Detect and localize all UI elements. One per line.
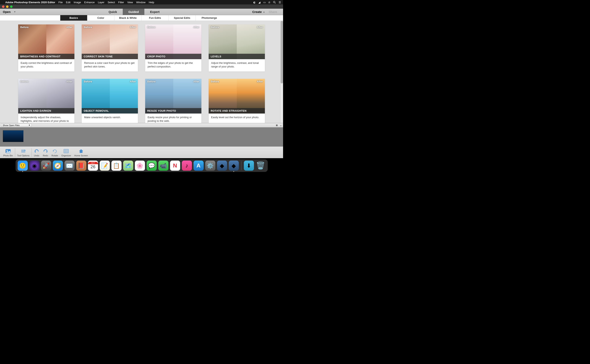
tool-organizer[interactable]: Organizer	[60, 148, 73, 157]
guided-category-tabs: Basics Color Black & White Fun Edits Spe…	[0, 15, 283, 21]
dock-separator	[241, 161, 241, 170]
card-title: CORRECT SKIN TONE	[82, 54, 138, 59]
menu-image[interactable]: Image	[73, 1, 81, 4]
wifi-display-icon[interactable]: ⎚	[269, 1, 270, 4]
app-name-menu[interactable]: Adobe Photoshop Elements 2020 Editor	[5, 1, 55, 4]
dock-contacts-icon[interactable]: 📕	[76, 161, 86, 171]
bin-view-select[interactable]: Show Open Files▼	[1, 124, 32, 127]
minimize-window-button[interactable]	[6, 6, 8, 8]
cat-tab-fun-edits[interactable]: Fun Edits	[141, 15, 169, 21]
card-correct-skin-tone[interactable]: Before After CORRECT SKIN TONE Remove a …	[82, 25, 138, 72]
dock-pse-editor-icon[interactable]: ◆	[229, 161, 239, 171]
menu-enhance[interactable]: Enhance	[84, 1, 95, 4]
airplay-icon[interactable]: ▭	[263, 1, 266, 4]
scrollbar-thumb[interactable]	[281, 21, 283, 84]
cat-tab-special-edits[interactable]: Special Edits	[169, 15, 196, 21]
after-label: After	[130, 26, 136, 29]
menu-layer[interactable]: Layer	[98, 1, 105, 4]
bin-list-icon[interactable]: ≣	[276, 124, 278, 127]
photo-bin-header: Show Open Files▼ ≣ ⌄	[0, 123, 283, 127]
control-center-icon[interactable]: ☰	[279, 1, 281, 4]
dock-messages-icon[interactable]: 💬	[146, 161, 157, 171]
menu-file[interactable]: File	[59, 1, 63, 4]
before-label: Before	[147, 26, 155, 29]
cat-tab-bw[interactable]: Black & White	[114, 15, 141, 21]
dock-news-icon[interactable]: N	[170, 161, 180, 171]
card-title: OBJECT REMOVAL	[82, 108, 138, 114]
dock-music-icon[interactable]: ♪	[182, 161, 192, 171]
photo-bin	[0, 127, 283, 146]
dock-siri-icon[interactable]: ◉	[29, 161, 40, 171]
dock-safari-icon[interactable]: 🧭	[53, 161, 63, 171]
cat-tab-basics[interactable]: Basics	[60, 15, 87, 21]
vertical-scrollbar[interactable]	[280, 21, 283, 123]
dock-photos-icon[interactable]: 🌸	[135, 161, 145, 171]
dock-launchpad-icon[interactable]: 🚀	[41, 161, 51, 171]
tool-home-screen[interactable]: Home Screen	[73, 148, 90, 157]
before-label: Before	[20, 80, 28, 83]
card-lighten-darken[interactable]: Before After LIGHTEN AND DARKEN Independ…	[18, 79, 74, 123]
dock-trash-icon[interactable]: 🗑️	[256, 161, 266, 171]
menu-edit[interactable]: Edit	[66, 1, 70, 4]
svg-rect-7	[64, 149, 68, 153]
tool-redo[interactable]: Redo	[41, 148, 50, 157]
card-desc: Adjust the brightness, contrast, and ton…	[209, 59, 265, 72]
card-title: ROTATE AND STRAIGHTEN	[209, 108, 265, 114]
bin-collapse-icon[interactable]: ⌄	[280, 124, 282, 127]
maximize-window-button[interactable]	[10, 6, 13, 8]
after-label: After	[193, 26, 199, 29]
guided-main-area: Before After BRIGHTNESS AND CONTRAST Eas…	[0, 21, 283, 123]
dock-facetime-icon[interactable]: 📹	[158, 161, 168, 171]
menu-filter[interactable]: Filter	[118, 1, 124, 4]
card-title: LEVELS	[209, 54, 265, 59]
card-desc: Easily correct the brightness and contra…	[18, 59, 74, 72]
mode-tab-expert[interactable]: Expert	[144, 9, 165, 15]
close-window-button[interactable]	[2, 6, 4, 8]
dock-pse-organizer-icon[interactable]: ◆	[217, 161, 227, 171]
open-file-thumbnail[interactable]	[3, 130, 23, 142]
tool-photo-bin[interactable]: Photo Bin	[2, 148, 14, 157]
after-label: After	[193, 80, 199, 83]
tool-undo[interactable]: Undo	[32, 148, 41, 157]
cat-tab-color[interactable]: Color	[87, 15, 114, 21]
card-title: RESIZE YOUR PHOTO	[145, 108, 201, 114]
creative-cloud-icon[interactable]: ◐	[253, 1, 256, 4]
card-levels[interactable]: Before After LEVELS Adjust the brightnes…	[209, 25, 265, 72]
home-icon	[78, 148, 84, 154]
card-resize-photo[interactable]: Before After RESIZE YOUR PHOTO Easily re…	[145, 79, 201, 123]
card-crop-photo[interactable]: Before After CROP PHOTO Trim the edges o…	[145, 25, 201, 72]
dock-maps-icon[interactable]: 🗺️	[123, 161, 133, 171]
card-desc: Easily resize your photo for printing or…	[145, 114, 201, 123]
card-rotate-straighten[interactable]: Before After ROTATE AND STRAIGHTEN Easil…	[209, 79, 265, 123]
create-button[interactable]: Create▼	[252, 10, 265, 13]
open-dropdown-icon[interactable]: ▼	[14, 11, 16, 13]
cat-tab-photomerge[interactable]: Photomerge	[196, 15, 223, 21]
dock-appstore-icon[interactable]: A	[193, 161, 204, 171]
mode-tab-guided[interactable]: Guided	[123, 9, 145, 15]
card-title: LIGHTEN AND DARKEN	[18, 108, 74, 114]
card-title: CROP PHOTO	[145, 54, 201, 59]
menu-view[interactable]: View	[127, 1, 133, 4]
mac-dock-region: 🙂 ◉ 🚀 🧭 ✉️ 📕 OCT 26 📝 📋 🗺️ 🌸 💬 📹 N ♪ A ⚙…	[0, 158, 283, 174]
open-button[interactable]: Open	[3, 10, 11, 13]
dock-downloads-icon[interactable]: ⬇	[244, 161, 254, 171]
dock-system-preferences-icon[interactable]: ⚙️	[205, 161, 215, 171]
mode-tab-quick[interactable]: Quick	[103, 9, 123, 15]
organizer-icon	[63, 148, 69, 154]
card-title: BRIGHTNESS AND CONTRAST	[18, 54, 74, 59]
dock-calendar-icon[interactable]: OCT 26	[88, 161, 98, 171]
dock-reminders-icon[interactable]: 📋	[111, 161, 121, 171]
tool-options[interactable]: Tool Options	[16, 148, 31, 157]
menu-help[interactable]: Help	[149, 1, 154, 4]
notification-icon[interactable]: ◢	[259, 1, 260, 4]
app-top-toolbar: Open ▼ Quick Guided Expert Create▼ Share…	[0, 9, 283, 15]
dock-finder-icon[interactable]: 🙂	[18, 161, 28, 171]
menu-window[interactable]: Window	[136, 1, 145, 4]
card-brightness-contrast[interactable]: Before After BRIGHTNESS AND CONTRAST Eas…	[18, 25, 74, 72]
dock-mail-icon[interactable]: ✉️	[65, 161, 75, 171]
dock-notes-icon[interactable]: 📝	[100, 161, 110, 171]
card-object-removal[interactable]: Before After OBJECT REMOVAL Make unwante…	[82, 79, 138, 123]
tool-rotate[interactable]: Rotate	[50, 148, 60, 157]
menu-select[interactable]: Select	[107, 1, 115, 4]
spotlight-icon[interactable]	[273, 1, 276, 4]
